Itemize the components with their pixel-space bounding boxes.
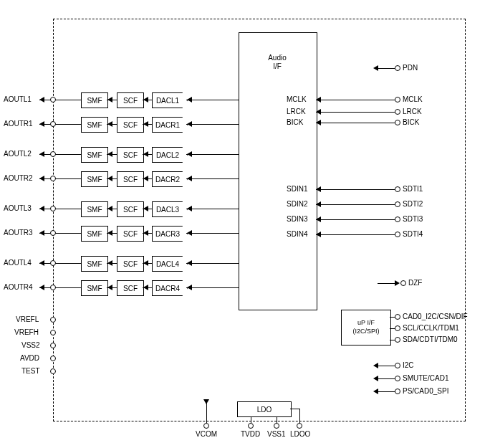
- block-diagram: uP I/F (I2C/SPI) LDO SMF SCF DACL1 SMF S…: [0, 0, 490, 448]
- port-icon: [50, 206, 56, 211]
- port-icon: [395, 97, 400, 103]
- wire: [316, 100, 395, 100]
- arrow-icon: [316, 216, 321, 222]
- arrow-icon: [107, 97, 112, 103]
- port-icon: [395, 186, 400, 192]
- smf-box: SMF: [81, 147, 108, 163]
- port-icon: [50, 285, 56, 290]
- scf-box: SCF: [117, 171, 144, 187]
- port-icon: [297, 423, 302, 429]
- pin-tvdd: TVDD: [241, 430, 260, 438]
- wire: [39, 287, 81, 288]
- port-icon: [248, 423, 254, 429]
- ldo-label: LDO: [257, 406, 272, 414]
- port-icon: [274, 423, 279, 429]
- pin-sda: SDA/CDTI/TDM0: [403, 335, 458, 343]
- dac-box: DACL1: [152, 92, 188, 108]
- wire: [316, 123, 395, 123]
- aif-bick: BICK: [287, 118, 303, 126]
- wire: [186, 178, 239, 179]
- wire: [39, 263, 81, 264]
- arrow-icon: [395, 280, 400, 286]
- port-icon: [395, 337, 400, 343]
- arrow-icon: [143, 285, 148, 290]
- wire: [186, 209, 239, 209]
- port-icon: [395, 65, 400, 71]
- arrow-icon: [107, 176, 112, 181]
- pin-ldoo: LDOO: [290, 430, 310, 438]
- wire: [316, 204, 395, 205]
- port-icon: [395, 232, 400, 237]
- pin-vcom: VCOM: [196, 430, 217, 438]
- pin-ps: PS/CAD0_SPI: [403, 387, 448, 395]
- dac-box: DACR2: [152, 171, 188, 187]
- scf-box: SCF: [117, 256, 144, 272]
- arrow-icon: [316, 232, 321, 237]
- arrow-icon: [316, 120, 321, 125]
- aif-mclk: MCLK: [287, 95, 307, 103]
- pin-sdti1: SDTI1: [403, 185, 423, 193]
- port-icon: [395, 363, 400, 368]
- arrow-icon: [107, 121, 112, 127]
- wire: [186, 154, 239, 155]
- arrow-icon: [373, 389, 378, 394]
- wire: [39, 209, 81, 209]
- arrow-icon: [187, 151, 192, 157]
- port-icon: [395, 376, 400, 381]
- arrow-icon: [143, 151, 148, 157]
- scf-box: SCF: [117, 226, 144, 242]
- arrow-icon: [187, 97, 192, 103]
- scf-box: SCF: [117, 280, 144, 296]
- pin-mclk: MCLK: [403, 95, 423, 103]
- wire: [378, 391, 395, 392]
- port-icon: [50, 317, 56, 323]
- port-icon: [50, 121, 56, 127]
- arrow-icon: [203, 399, 209, 404]
- wire: [39, 124, 81, 125]
- arrow-icon: [143, 97, 148, 103]
- aif-sdin4: SDIN4: [287, 230, 307, 238]
- wire: [290, 409, 299, 409]
- pin-sdti2: SDTI2: [403, 200, 423, 208]
- pin-test: TEST: [21, 367, 40, 375]
- wire: [186, 100, 239, 100]
- arrow-icon: [107, 230, 112, 236]
- pin-vss1: VSS1: [267, 430, 286, 438]
- smf-box: SMF: [81, 256, 108, 272]
- dac-box: DACR1: [152, 117, 188, 133]
- wire: [378, 366, 395, 366]
- port-icon: [50, 176, 56, 181]
- port-icon: [50, 151, 56, 157]
- port-icon: [395, 109, 400, 115]
- dac-box: DACL3: [152, 201, 188, 217]
- dac-box: DACL4: [152, 256, 188, 272]
- wire: [186, 263, 239, 264]
- pin-aoutl3: AOUTL3: [4, 204, 32, 212]
- pin-dzf: DZF: [408, 279, 422, 287]
- arrow-icon: [39, 285, 44, 290]
- pin-avdd: AVDD: [20, 354, 39, 362]
- port-icon: [50, 356, 56, 361]
- up-if-label1: uP I/F: [357, 319, 375, 328]
- wire: [251, 416, 251, 423]
- wire: [39, 154, 81, 155]
- wire: [206, 401, 207, 423]
- pin-aoutr4: AOUTR4: [4, 283, 33, 291]
- smf-box: SMF: [81, 92, 108, 108]
- arrow-icon: [107, 151, 112, 157]
- arrow-icon: [107, 260, 112, 266]
- smf-box: SMF: [81, 226, 108, 242]
- port-icon: [203, 423, 209, 429]
- arrow-icon: [373, 65, 378, 71]
- ldo-block: LDO: [237, 401, 292, 417]
- wire: [299, 409, 300, 423]
- arrow-icon: [187, 230, 192, 236]
- port-icon: [395, 314, 400, 320]
- wire: [316, 234, 395, 235]
- wire: [39, 100, 81, 100]
- pin-aoutr1: AOUTR1: [4, 120, 33, 128]
- port-icon: [400, 280, 406, 286]
- pin-cad0: CAD0_I2C/CSN/DIF: [403, 313, 468, 320]
- arrow-icon: [143, 260, 148, 266]
- arrow-icon: [39, 260, 44, 266]
